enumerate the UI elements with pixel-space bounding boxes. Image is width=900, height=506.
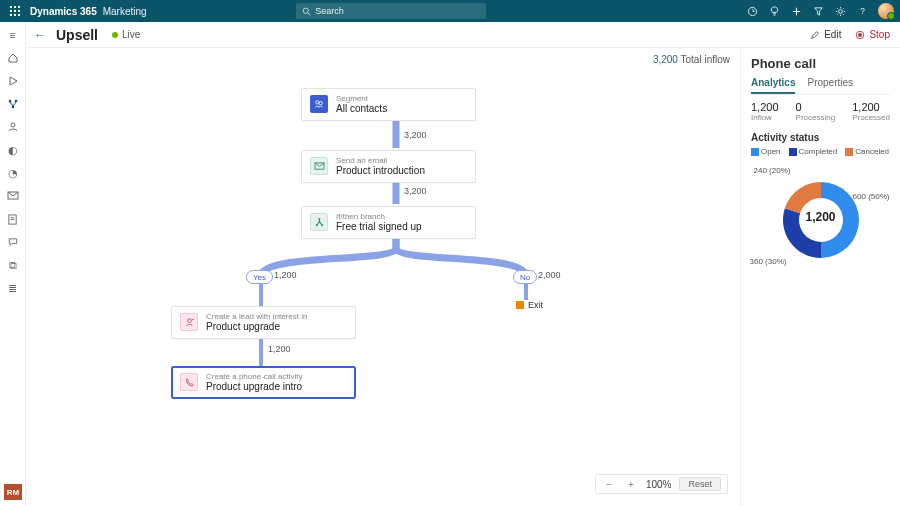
nav-more-1-icon[interactable]: ⧉	[6, 258, 20, 272]
nav-more-2-icon[interactable]: ≣	[6, 281, 20, 295]
donut-label-completed: 360 (30%)	[750, 257, 787, 266]
page-header: ← Upsell Live Edit Stop	[0, 22, 900, 48]
lightbulb-icon[interactable]	[768, 5, 780, 17]
node-phone-call[interactable]: Create a phone-call activity Product upg…	[171, 366, 356, 399]
stat-processing: 0 Processing	[796, 101, 836, 122]
stop-button[interactable]: Stop	[855, 29, 890, 40]
svg-point-22	[316, 101, 319, 104]
donut-label-canceled: 240 (20%)	[754, 166, 791, 175]
help-icon[interactable]: ?	[856, 5, 868, 17]
edge-label: 3,200	[404, 186, 427, 196]
zoom-controls: − + 100% Reset	[595, 474, 728, 494]
no-count: 2,000	[538, 270, 561, 280]
svg-point-26	[315, 224, 317, 226]
svg-point-14	[8, 100, 11, 103]
branch-no-pill: No	[513, 270, 537, 284]
nav-journey-icon[interactable]	[6, 97, 20, 111]
exit-marker: Exit	[516, 300, 543, 310]
svg-point-9	[303, 8, 308, 13]
node-branch[interactable]: If/then branch Free trial signed up	[301, 206, 476, 239]
nav-reports-icon[interactable]: ◔	[6, 166, 20, 180]
svg-point-23	[319, 102, 322, 105]
svg-point-15	[14, 100, 17, 103]
exit-icon	[516, 301, 524, 309]
journey-canvas[interactable]: 3,200 Total inflow Segment	[26, 48, 740, 506]
lead-icon	[180, 313, 198, 331]
panel-stats: 1,200 Inflow 0 Processing 1,200 Processe…	[751, 101, 890, 122]
app-name: Marketing	[103, 6, 147, 17]
pencil-icon	[810, 30, 820, 40]
svg-text:?: ?	[860, 7, 865, 16]
filter-icon[interactable]	[812, 5, 824, 17]
donut-label-open: 600 (50%)	[853, 192, 890, 201]
svg-point-16	[11, 106, 14, 109]
global-search[interactable]: Search	[296, 3, 486, 19]
svg-rect-21	[859, 33, 862, 36]
branch-yes-pill: Yes	[246, 270, 273, 284]
stat-inflow: 1,200 Inflow	[751, 101, 779, 122]
search-placeholder: Search	[315, 6, 344, 16]
nav-home-icon[interactable]	[6, 51, 20, 65]
activity-donut-chart: 1,200 600 (50%) 360 (30%) 240 (20%)	[756, 162, 886, 272]
svg-rect-4	[14, 10, 16, 12]
stat-processed: 1,200 Processed	[852, 101, 890, 122]
tab-analytics[interactable]: Analytics	[751, 77, 795, 94]
svg-rect-7	[14, 14, 16, 16]
nav-email-icon[interactable]	[6, 189, 20, 203]
svg-rect-8	[18, 14, 20, 16]
edit-button[interactable]: Edit	[810, 29, 841, 40]
gear-icon[interactable]	[834, 5, 846, 17]
back-button[interactable]: ←	[34, 28, 46, 42]
svg-line-10	[308, 13, 310, 15]
plus-icon[interactable]	[790, 5, 802, 17]
global-header: Dynamics 365 Marketing Search ?	[0, 0, 900, 22]
nav-contacts-icon[interactable]	[6, 120, 20, 134]
tab-properties[interactable]: Properties	[807, 77, 853, 94]
nav-menu-icon[interactable]: ≡	[6, 28, 20, 42]
chart-legend: Open Completed Canceled	[751, 147, 890, 156]
svg-rect-1	[14, 6, 16, 8]
svg-rect-3	[10, 10, 12, 12]
app-launcher-icon[interactable]	[6, 6, 24, 16]
status-badge: Live	[112, 29, 140, 40]
persona-badge[interactable]: RM	[4, 484, 22, 500]
zoom-out-button[interactable]: −	[602, 479, 616, 490]
nav-form-icon[interactable]	[6, 212, 20, 226]
search-icon	[302, 7, 311, 16]
branch-icon	[310, 213, 328, 231]
svg-point-25	[318, 218, 320, 220]
node-email[interactable]: Send an email Product introduction	[301, 150, 476, 183]
activity-status-title: Activity status	[751, 132, 890, 143]
zoom-in-button[interactable]: +	[624, 479, 638, 490]
svg-rect-2	[18, 6, 20, 8]
header-actions: ?	[746, 3, 894, 19]
svg-rect-6	[10, 14, 12, 16]
legend-swatch-completed	[789, 148, 797, 156]
node-segment[interactable]: Segment All contacts	[301, 88, 476, 121]
nav-play-icon[interactable]	[6, 74, 20, 88]
edge-label: 1,200	[268, 344, 291, 354]
node-lead[interactable]: Create a lead with interest in Product u…	[171, 306, 356, 339]
svg-rect-5	[18, 10, 20, 12]
side-panel: Phone call Analytics Properties 1,200 In…	[740, 48, 900, 506]
phone-icon	[180, 373, 198, 391]
panel-tabs: Analytics Properties	[751, 77, 890, 95]
share-icon[interactable]	[746, 5, 758, 17]
legend-swatch-canceled	[845, 148, 853, 156]
legend-swatch-open	[751, 148, 759, 156]
zoom-value: 100%	[646, 479, 672, 490]
segment-icon	[310, 95, 328, 113]
brand-name: Dynamics 365	[30, 6, 97, 17]
avatar[interactable]	[878, 3, 894, 19]
svg-point-28	[187, 319, 191, 323]
nav-chat-icon[interactable]	[6, 235, 20, 249]
svg-point-12	[838, 9, 842, 13]
stop-icon	[855, 30, 865, 40]
zoom-reset-button[interactable]: Reset	[679, 477, 721, 491]
panel-title: Phone call	[751, 56, 890, 71]
page-title: Upsell	[56, 27, 98, 43]
left-nav-rail: ≡ ◐ ◔ ⧉ ≣	[0, 22, 26, 506]
email-icon	[310, 157, 328, 175]
svg-rect-0	[10, 6, 12, 8]
nav-segments-icon[interactable]: ◐	[6, 143, 20, 157]
